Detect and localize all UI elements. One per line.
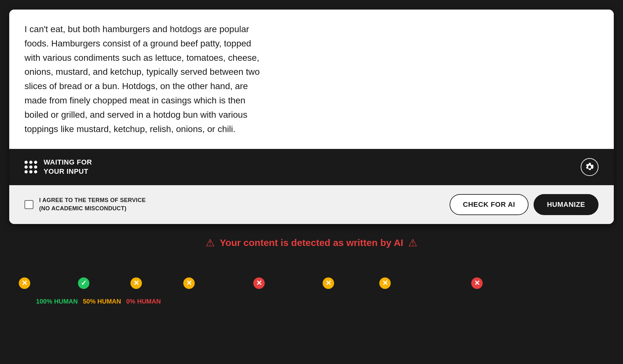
key-item: 0% HUMAN	[126, 298, 161, 305]
dot	[29, 161, 32, 164]
dot	[34, 161, 37, 164]
detector-name: COPYLEAKS	[268, 279, 312, 287]
detector-name: OPENAI	[93, 279, 120, 287]
detector-status-icon: ✕	[471, 277, 483, 289]
key-section: KEY:100% HUMAN 50% HUMAN 0% HUMAN	[19, 298, 604, 305]
dot	[29, 165, 32, 169]
detector-status-icon: ✓	[78, 277, 89, 289]
detection-title: AI DETECTION LIKELIHOOD	[19, 260, 604, 269]
detector-item: ✕ GPTZERO	[19, 277, 68, 289]
detector-item: ✕ CONTENTATSCALE	[379, 277, 461, 289]
detectors-row: ✕ GPTZERO ✓ OPENAI ✕ WRITER ✕ CROSSPLAG …	[19, 277, 604, 289]
dot	[24, 165, 28, 169]
content-text: I can't eat, but both hamburgers and hot…	[24, 22, 266, 136]
gear-icon	[584, 162, 595, 172]
detector-status-icon: ✕	[379, 277, 391, 289]
main-container: I can't eat, but both hamburgers and hot…	[9, 10, 614, 305]
warning-triangle-left-icon: ⚠	[206, 237, 215, 249]
detector-item: ✕ ZEROGPT	[471, 277, 520, 289]
warning-triangle-right-icon: ⚠	[408, 237, 417, 249]
terms-checkbox[interactable]	[24, 200, 33, 209]
detector-item: ✓ OPENAI	[78, 277, 120, 289]
detector-item: ✕ CROSSPLAG	[183, 277, 243, 289]
detector-item: ✕ SAPLING	[323, 277, 369, 289]
status-text: WAITING FOR YOUR INPUT	[44, 158, 92, 176]
key-item: 50% HUMAN	[83, 298, 121, 305]
detector-status-icon: ✕	[19, 277, 30, 289]
settings-button[interactable]	[581, 158, 598, 176]
detector-status-icon: ✕	[130, 277, 142, 289]
dot	[24, 170, 28, 173]
detector-name: CROSSPLAG	[198, 279, 243, 287]
detector-status-icon: ✕	[253, 277, 265, 289]
detection-section: AI DETECTION LIKELIHOOD ✕ GPTZERO ✓ OPEN…	[16, 260, 607, 305]
ai-warning-text: Your content is detected as written by A…	[220, 237, 403, 248]
grid-dots-icon	[24, 161, 37, 173]
dot	[24, 161, 28, 164]
action-bar: I AGREE TO THE TERMS OF SERVICE (NO ACAD…	[9, 185, 614, 224]
detector-status-icon: ✕	[183, 277, 195, 289]
buttons-section: CHECK FOR AI HUMANIZE	[450, 194, 598, 215]
key-label: KEY:	[19, 298, 33, 305]
dot	[34, 165, 37, 169]
text-display-area: I can't eat, but both hamburgers and hot…	[9, 10, 614, 149]
detector-name: SAPLING	[337, 279, 369, 287]
detector-status-icon: ✕	[323, 277, 334, 289]
humanize-button[interactable]: HUMANIZE	[534, 194, 598, 215]
detector-name: ZEROGPT	[486, 279, 520, 287]
detector-name: WRITER	[145, 279, 173, 287]
terms-section: I AGREE TO THE TERMS OF SERVICE (NO ACAD…	[24, 196, 146, 212]
detector-item: ✕ COPYLEAKS	[253, 277, 312, 289]
detector-item: ✕ WRITER	[130, 277, 173, 289]
check-for-ai-button[interactable]: CHECK FOR AI	[450, 194, 528, 215]
ai-warning-banner: ⚠ Your content is detected as written by…	[16, 237, 607, 249]
terms-text: I AGREE TO THE TERMS OF SERVICE (NO ACAD…	[39, 196, 146, 212]
detector-name: CONTENTATSCALE	[394, 279, 461, 287]
dot	[29, 170, 32, 173]
results-section: ⚠ Your content is detected as written by…	[9, 237, 614, 305]
key-item: 100% HUMAN	[36, 298, 78, 305]
main-card: I can't eat, but both hamburgers and hot…	[9, 10, 614, 224]
status-bar: WAITING FOR YOUR INPUT	[9, 149, 614, 185]
detector-name: GPTZERO	[33, 279, 68, 287]
dot	[34, 170, 37, 173]
status-left: WAITING FOR YOUR INPUT	[24, 158, 92, 176]
